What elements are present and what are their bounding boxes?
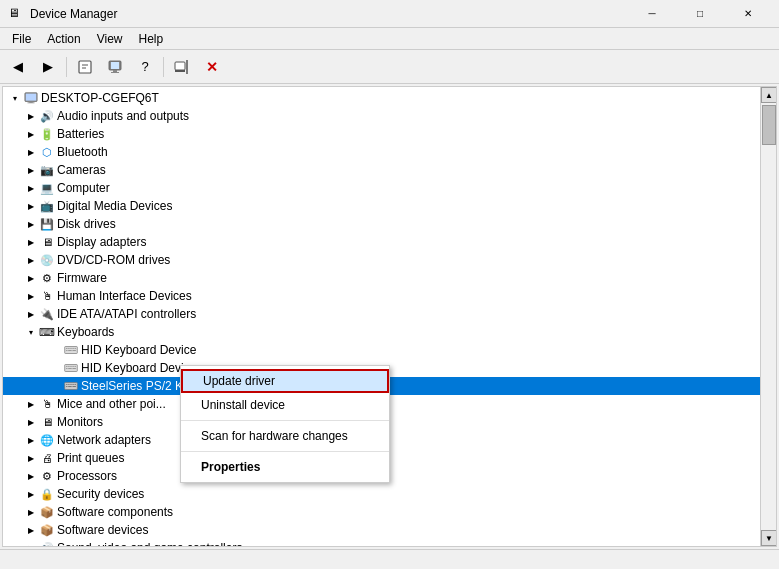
item-icon: 📺	[39, 198, 55, 214]
svg-rect-5	[113, 70, 117, 72]
expand-icon: ▶	[23, 504, 39, 520]
scroll-up-button[interactable]: ▲	[761, 87, 777, 103]
svg-rect-0	[79, 61, 91, 73]
toolbar-computer[interactable]	[101, 54, 129, 80]
tree-item[interactable]: ▶ 🖥 Display adapters	[3, 233, 776, 251]
svg-rect-38	[66, 386, 67, 387]
title-bar: 🖥 Device Manager ─ □ ✕	[0, 0, 779, 28]
item-icon: 🔋	[39, 126, 55, 142]
tree-item[interactable]: ▶ 📷 Cameras	[3, 161, 776, 179]
hid-keyboard-1[interactable]: HID Keyboard Device	[3, 341, 776, 359]
svg-rect-40	[72, 386, 76, 387]
tree-item[interactable]: ▶ ⚙ Firmware	[3, 269, 776, 287]
item-label: Print queues	[57, 451, 124, 465]
context-menu: Update driver Uninstall device Scan for …	[180, 365, 390, 483]
ctx-update-driver[interactable]: Update driver	[181, 369, 389, 393]
expand-icon: ▶	[23, 396, 39, 412]
tree-item[interactable]: ▶ ⬡ Bluetooth	[3, 143, 776, 161]
svg-rect-37	[75, 384, 76, 385]
expand-icon	[55, 378, 63, 394]
svg-rect-29	[66, 368, 67, 369]
software-components-item[interactable]: ▶ 📦 Software components	[3, 503, 776, 521]
svg-rect-28	[75, 366, 76, 367]
computer-icon	[23, 90, 39, 106]
toolbar-scan[interactable]	[168, 54, 196, 80]
expand-icon: ▶	[23, 144, 39, 160]
svg-rect-27	[72, 366, 73, 367]
keyboards-item[interactable]: ▾ ⌨ Keyboards	[3, 323, 776, 341]
window-controls: ─ □ ✕	[629, 0, 771, 28]
item-icon: ⚙	[39, 270, 55, 286]
expand-icon: ▶	[23, 126, 39, 142]
tree-item[interactable]: ▶ 🖱 Human Interface Devices	[3, 287, 776, 305]
tree-item[interactable]: ▶ 💿 DVD/CD-ROM drives	[3, 251, 776, 269]
tree-root[interactable]: ▾ DESKTOP-CGEFQ6T	[3, 89, 776, 107]
item-label: Batteries	[57, 127, 104, 141]
item-icon: 📦	[39, 504, 55, 520]
item-label: Mice and other poi...	[57, 397, 166, 411]
tree-item[interactable]: ▶ 💻 Computer	[3, 179, 776, 197]
item-label: IDE ATA/ATAPI controllers	[57, 307, 196, 321]
ctx-separator-2	[181, 451, 389, 452]
maximize-button[interactable]: □	[677, 0, 723, 28]
expand-icon: ▶	[23, 180, 39, 196]
tree-item[interactable]: ▶ 🔒 Security devices	[3, 485, 776, 503]
menu-view[interactable]: View	[89, 30, 131, 48]
expand-icon: ▶	[23, 450, 39, 466]
item-label: Disk drives	[57, 217, 116, 231]
ctx-separator	[181, 420, 389, 421]
item-icon: 💾	[39, 216, 55, 232]
expand-icon: ▶	[23, 306, 39, 322]
keyboards-icon: ⌨	[39, 324, 55, 340]
ctx-properties[interactable]: Properties	[181, 455, 389, 479]
item-label: Computer	[57, 181, 110, 195]
svg-rect-35	[70, 384, 71, 385]
item-icon	[63, 342, 79, 358]
scrollbar-vertical[interactable]: ▲ ▼	[760, 87, 776, 546]
item-icon: 🖱	[39, 396, 55, 412]
item-icon: ⚙	[39, 468, 55, 484]
toolbar-remove[interactable]: ✕	[198, 54, 226, 80]
svg-rect-19	[75, 348, 76, 349]
svg-rect-30	[68, 368, 72, 369]
expand-icon	[55, 342, 63, 358]
ctx-scan-hardware[interactable]: Scan for hardware changes	[181, 424, 389, 448]
svg-rect-6	[111, 72, 119, 73]
app-icon: 🖥	[8, 6, 24, 22]
item-icon: 💿	[39, 252, 55, 268]
expand-icon: ▶	[23, 198, 39, 214]
scroll-down-button[interactable]: ▼	[761, 530, 777, 546]
tree-item[interactable]: ▶ 📺 Digital Media Devices	[3, 197, 776, 215]
expand-icon: ▶	[23, 414, 39, 430]
toolbar-forward[interactable]: ▶	[34, 54, 62, 80]
tree-item[interactable]: ▶ 🔊 Audio inputs and outputs	[3, 107, 776, 125]
toolbar-help[interactable]: ?	[131, 54, 159, 80]
expand-icon: ▶	[23, 540, 39, 547]
close-button[interactable]: ✕	[725, 0, 771, 28]
svg-rect-21	[68, 350, 72, 351]
tree-item[interactable]: ▶ 🔊 Sound, video and game controllers	[3, 539, 776, 547]
minimize-button[interactable]: ─	[629, 0, 675, 28]
svg-rect-25	[68, 366, 69, 367]
item-label: Monitors	[57, 415, 103, 429]
keyboards-expand-icon: ▾	[23, 324, 39, 340]
expand-icon: ▶	[23, 468, 39, 484]
menu-file[interactable]: File	[4, 30, 39, 48]
item-icon: 🔒	[39, 486, 55, 502]
tree-panel[interactable]: ▾ DESKTOP-CGEFQ6T ▶ 🔊 Audio inputs and o…	[2, 86, 777, 547]
svg-rect-7	[175, 62, 185, 70]
menu-help[interactable]: Help	[131, 30, 172, 48]
ctx-uninstall-device[interactable]: Uninstall device	[181, 393, 389, 417]
tree-item[interactable]: ▶ 💾 Disk drives	[3, 215, 776, 233]
toolbar-back[interactable]: ◀	[4, 54, 32, 80]
toolbar-properties[interactable]	[71, 54, 99, 80]
item-label: Display adapters	[57, 235, 146, 249]
tree-item[interactable]: ▶ 📦 Software devices	[3, 521, 776, 539]
menu-action[interactable]: Action	[39, 30, 88, 48]
item-icon: 🔊	[39, 540, 55, 547]
tree-item[interactable]: ▶ 🔋 Batteries	[3, 125, 776, 143]
toolbar: ◀ ▶ ? ✕	[0, 50, 779, 84]
keyboards-label: Keyboards	[57, 325, 114, 339]
scroll-thumb[interactable]	[762, 105, 776, 145]
tree-item[interactable]: ▶ 🔌 IDE ATA/ATAPI controllers	[3, 305, 776, 323]
